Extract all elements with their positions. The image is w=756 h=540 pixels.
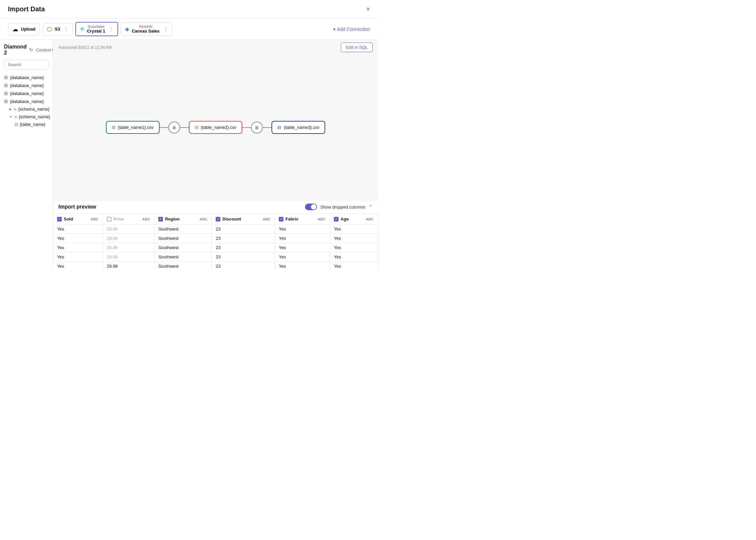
chevron-right-icon: ▶	[9, 107, 12, 111]
edit-sql-button[interactable]: Edit in SQL	[341, 43, 373, 52]
db-item-3[interactable]: ⊞ {database_name}	[4, 89, 49, 97]
main-right: Autosaved 8/9/21 at 11:34 AM Edit in SQL…	[53, 40, 378, 270]
th-fabric: ✓ Fabric ABC	[275, 214, 330, 224]
cell-sold: Yes	[53, 243, 103, 252]
redshift-more-icon[interactable]: ⋮	[163, 27, 168, 32]
pipeline: ⊟ {table_name1}.csv ⊗ ⊟	[106, 121, 326, 134]
connection-tab-redshift[interactable]: ◆ Redshift Canvas Sales ⋮	[121, 22, 172, 36]
s3-icon: ⬡	[47, 26, 52, 33]
cell-fabric: Yes	[275, 252, 330, 262]
cell-sold: Yes	[53, 252, 103, 262]
table-node-3[interactable]: ⊟ {table_name3}.csv	[271, 121, 325, 134]
table-node-1[interactable]: ⊟ {table_name1}.csv	[106, 121, 160, 134]
cell-region: Southwest	[154, 262, 212, 270]
connection-bar: ☁ Upload ⬡ S3 ⋮ ❄ Snowflake Crystal 1 ⋮ …	[0, 19, 378, 40]
cell-discount: 23	[212, 252, 275, 262]
upload-icon: ☁	[12, 26, 18, 33]
table-icon-green: ⊟	[112, 125, 116, 130]
refresh-button[interactable]: ↻	[29, 47, 33, 53]
preview-title: Import preview	[58, 204, 96, 210]
sidebar-title: Diamond 2	[4, 44, 27, 56]
schema-item-1[interactable]: ▶ ≡ {schema_name}	[4, 105, 49, 113]
cell-price: 29.99	[103, 262, 154, 270]
database-icon: ⊞	[4, 99, 8, 104]
table-row: Yes 29.99 Southwest 23 Yes Yes	[53, 243, 378, 252]
cell-fabric: Yes	[275, 234, 330, 243]
cell-age: Yes	[330, 262, 378, 270]
join-node-1: ⊗	[168, 122, 180, 134]
cell-age: Yes	[330, 252, 378, 262]
th-sold: ✓ Sold ABC	[53, 214, 103, 224]
cell-price: 29.99	[103, 252, 154, 262]
main-canvas: Autosaved 8/9/21 at 11:34 AM Edit in SQL…	[53, 40, 378, 200]
fabric-checkbox[interactable]: ✓	[279, 217, 283, 221]
connector-3	[242, 127, 251, 128]
cell-discount: 23	[212, 262, 275, 270]
database-icon: ⊞	[4, 75, 8, 80]
table-row: Yes 29.99 Southwest 23 Yes Yes	[53, 224, 378, 234]
chevron-down-icon: ▾	[333, 27, 336, 32]
canvas-toolbar: Autosaved 8/9/21 at 11:34 AM Edit in SQL	[53, 40, 378, 55]
region-checkbox[interactable]: ✓	[158, 217, 163, 221]
discount-checkbox[interactable]: ✓	[216, 217, 220, 221]
connection-tab-s3[interactable]: ⬡ S3 ⋮	[43, 23, 73, 35]
table-item-1[interactable]: ⊟ {table_name}	[4, 121, 49, 128]
cell-sold: Yes	[53, 224, 103, 234]
redshift-icon: ◆	[125, 26, 129, 32]
search-input[interactable]	[4, 60, 49, 69]
cell-discount: 23	[212, 234, 275, 243]
age-checkbox[interactable]: ✓	[334, 217, 339, 221]
autosave-text: Autosaved 8/9/21 at 11:34 AM	[58, 45, 112, 50]
connection-tab-snowflake[interactable]: ❄ Snowflake Crystal 1 ⋮	[75, 22, 118, 36]
cell-sold: Yes	[53, 234, 103, 243]
join-node-2: ⊗	[251, 122, 263, 134]
context-button[interactable]: Context ▾	[36, 48, 53, 53]
th-row: ✓ Sold ABC Price ABC	[53, 214, 378, 224]
cell-region: Southwest	[154, 234, 212, 243]
collapse-button[interactable]: ⌃	[369, 204, 373, 209]
cell-price: 29.99	[103, 234, 154, 243]
preview-header: Import preview Show dropped columns ⌃	[53, 200, 378, 214]
table-row: Yes 29.99 Southwest 23 Yes Yes	[53, 262, 378, 270]
table-icon-pink: ⊟	[195, 125, 198, 130]
database-icon: ⊞	[4, 91, 8, 96]
snowflake-more-icon[interactable]: ⋮	[109, 27, 114, 32]
db-item-4[interactable]: ⊞ {database_name}	[4, 97, 49, 105]
cell-region: Southwest	[154, 252, 212, 262]
connector-2	[180, 127, 189, 128]
sidebar: Diamond 2 ↻ Context ▾ ⊞ {database_name} …	[0, 40, 53, 270]
cell-discount: 23	[212, 243, 275, 252]
cell-discount: 23	[212, 224, 275, 234]
cell-age: Yes	[330, 224, 378, 234]
add-connection-button[interactable]: ▾ Add Connection	[333, 27, 370, 32]
cell-price: 29.99	[103, 224, 154, 234]
cell-region: Southwest	[154, 243, 212, 252]
cell-region: Southwest	[154, 224, 212, 234]
canvas-area: ⊟ {table_name1}.csv ⊗ ⊟	[53, 55, 378, 200]
sidebar-header: Diamond 2 ↻ Context ▾	[4, 44, 49, 56]
schema-icon: ≡	[15, 115, 17, 119]
table-row: Yes 29.99 Southwest 23 Yes Yes	[53, 252, 378, 262]
sold-checkbox[interactable]: ✓	[57, 217, 62, 221]
db-item-1[interactable]: ⊞ {database_name}	[4, 73, 49, 81]
show-dropped-label: Show dropped columns	[320, 204, 366, 209]
th-price: Price ABC	[103, 214, 154, 224]
preview-controls: Show dropped columns ⌃	[305, 203, 373, 210]
s3-more-icon[interactable]: ⋮	[64, 27, 68, 32]
context-label: Context	[36, 48, 51, 53]
database-icon: ⊞	[4, 83, 8, 88]
price-checkbox[interactable]	[107, 217, 112, 221]
table-node-2[interactable]: ⊟ {table_name2}.csv	[189, 121, 243, 134]
th-age: ✓ Age ABC	[330, 214, 378, 224]
toggle[interactable]	[305, 203, 317, 210]
close-button[interactable]: ×	[366, 5, 370, 13]
schema-item-2[interactable]: ▼ ≡ {schema_name}	[4, 113, 49, 121]
cell-age: Yes	[330, 243, 378, 252]
modal-header: Import Data ×	[0, 0, 378, 19]
cell-price: 29.99	[103, 243, 154, 252]
cell-sold: Yes	[53, 262, 103, 270]
cell-age: Yes	[330, 234, 378, 243]
db-item-2[interactable]: ⊞ {database_name}	[4, 81, 49, 89]
connection-tab-upload[interactable]: ☁ Upload	[8, 23, 40, 35]
preview-section: Import preview Show dropped columns ⌃ ✓	[53, 200, 378, 270]
